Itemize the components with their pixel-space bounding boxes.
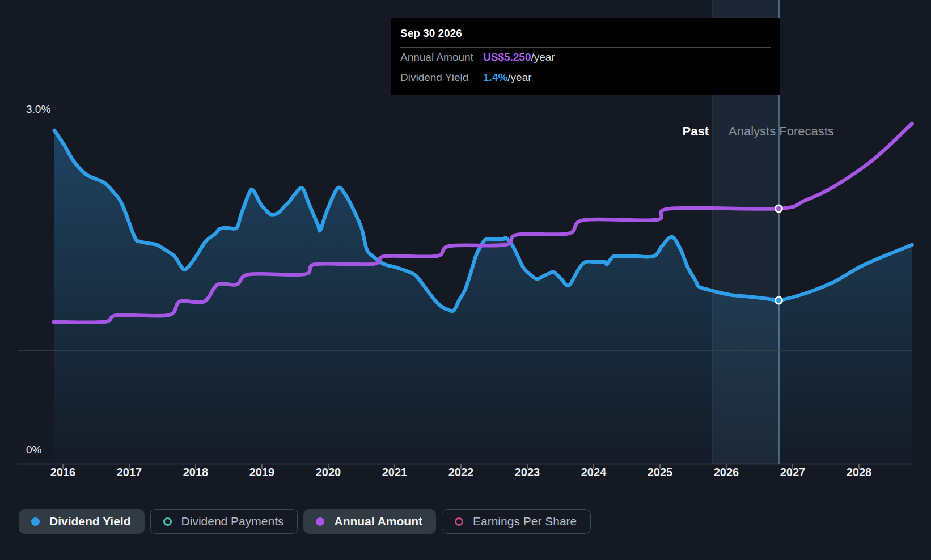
legend: Dividend YieldDividend PaymentsAnnual Am… bbox=[19, 509, 591, 534]
x-axis-year-label: 2019 bbox=[249, 466, 275, 479]
hover-tooltip: Sep 30 2026 Annual AmountUS$5.250/yearDi… bbox=[391, 18, 780, 95]
tooltip-row-label: Dividend Yield bbox=[400, 71, 483, 84]
past-label: Past bbox=[683, 124, 709, 139]
x-axis-year-label: 2016 bbox=[50, 466, 76, 479]
tooltip-row-label: Annual Amount bbox=[400, 51, 483, 63]
legend-chip-label: Earnings Per Share bbox=[473, 515, 577, 528]
legend-chip-label: Dividend Yield bbox=[49, 515, 131, 528]
x-axis-year-label: 2022 bbox=[448, 466, 474, 479]
legend-chip-dividend-payments[interactable]: Dividend Payments bbox=[150, 509, 298, 534]
y-axis-label-bottom: 0% bbox=[26, 444, 41, 456]
annual-amount-marker[interactable] bbox=[775, 205, 782, 212]
tooltip-row-value: US$5.250 bbox=[483, 51, 531, 63]
filled-dot-icon bbox=[316, 517, 324, 526]
x-axis-year-label: 2020 bbox=[316, 466, 341, 479]
legend-chip-annual-amount[interactable]: Annual Amount bbox=[303, 509, 436, 534]
legend-chip-label: Annual Amount bbox=[334, 515, 422, 528]
legend-chip-label: Dividend Payments bbox=[181, 515, 284, 528]
tooltip-row-value: 1.4% bbox=[483, 71, 507, 84]
dividend-chart-page: { "tooltip": { "date": "Sep 30 2026", "r… bbox=[0, 0, 931, 560]
tooltip-row-suffix: /year bbox=[531, 51, 555, 63]
x-axis-year-label: 2023 bbox=[515, 466, 540, 479]
x-axis: 2016201720182019202020212022202320242025… bbox=[0, 466, 931, 483]
tooltip-row-suffix: /year bbox=[507, 71, 531, 84]
x-axis-year-label: 2018 bbox=[183, 466, 209, 479]
tooltip-rows: Annual AmountUS$5.250/yearDividend Yield… bbox=[400, 47, 771, 88]
dividend-yield-marker[interactable] bbox=[775, 297, 782, 304]
legend-chip-earnings-per-share[interactable]: Earnings Per Share bbox=[442, 509, 591, 534]
filled-dot-icon bbox=[31, 517, 40, 526]
x-axis-year-label: 2017 bbox=[117, 466, 142, 479]
dividend-yield-area bbox=[54, 130, 912, 464]
tooltip-row: Annual AmountUS$5.250/year bbox=[400, 47, 771, 67]
x-axis-year-label: 2024 bbox=[581, 466, 607, 479]
x-axis-year-label: 2028 bbox=[847, 466, 872, 479]
y-axis-label-top: 3.0% bbox=[26, 103, 50, 116]
tooltip-date: Sep 30 2026 bbox=[400, 18, 462, 47]
legend-chip-dividend-yield[interactable]: Dividend Yield bbox=[19, 509, 145, 534]
analysts-forecasts-label: Analysts Forecasts bbox=[729, 124, 834, 139]
ring-icon bbox=[163, 517, 172, 526]
tooltip-row: Dividend Yield1.4%/year bbox=[400, 67, 771, 88]
x-axis-year-label: 2026 bbox=[714, 466, 739, 479]
ring-icon bbox=[455, 517, 463, 526]
x-axis-year-label: 2027 bbox=[780, 466, 806, 479]
x-axis-year-label: 2021 bbox=[382, 466, 408, 479]
x-axis-year-label: 2025 bbox=[648, 466, 673, 479]
